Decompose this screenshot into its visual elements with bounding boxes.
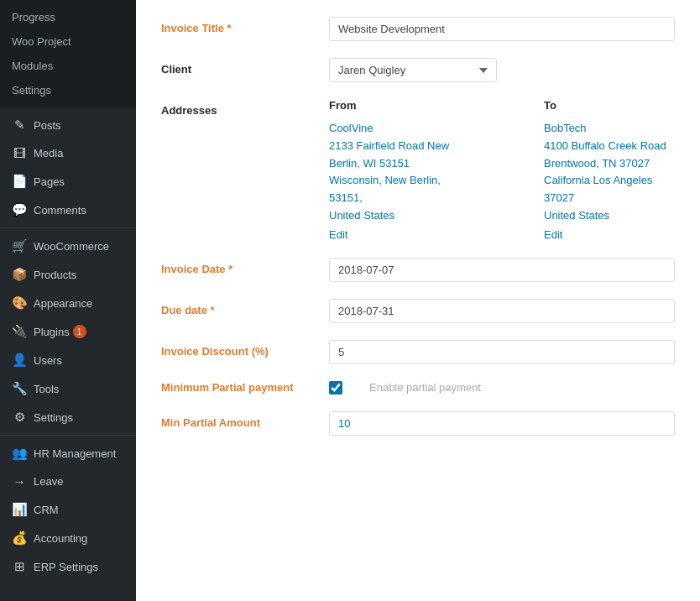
sidebar-divider xyxy=(0,227,136,228)
settings-menu-icon: ⚙ xyxy=(12,410,27,425)
sidebar-item-erp-settings[interactable]: ⊞ERP Settings xyxy=(0,552,136,581)
from-line3: Wisconsin, New Berlin, xyxy=(329,174,441,186)
woocommerce-icon: 🛒 xyxy=(12,238,27,253)
to-address-col: To BobTech 4100 Buffalo Creek Road Brent… xyxy=(544,99,675,241)
from-line4: 53151, xyxy=(329,191,363,204)
crm-icon: 📊 xyxy=(12,502,27,517)
sidebar-item-leave[interactable]: →Leave xyxy=(0,468,136,495)
invoice-title-label: Invoice Title * xyxy=(161,17,329,34)
invoice-title-input[interactable] xyxy=(329,17,675,41)
from-line5: United States xyxy=(329,209,394,222)
invoice-discount-label: Invoice Discount (%) xyxy=(161,340,329,358)
sidebar-item-appearance[interactable]: 🎨Appearance xyxy=(0,289,136,317)
min-partial-amount-label: Min Partial Amount xyxy=(161,411,329,429)
sidebar-label-plugins: Plugins xyxy=(34,326,70,338)
invoice-date-row: Invoice Date * xyxy=(161,258,675,282)
sidebar-item-crm[interactable]: 📊CRM xyxy=(0,495,136,524)
sidebar-top-progress[interactable]: Progress xyxy=(0,5,136,29)
sidebar-item-plugins[interactable]: 🔌Plugins1 xyxy=(0,317,136,346)
sidebar-label-appearance: Appearance xyxy=(34,297,92,310)
erp-settings-icon: ⊞ xyxy=(12,559,27,574)
client-select[interactable]: Jaren Quigley xyxy=(329,58,497,82)
min-partial-label: Minimum Partial payment xyxy=(161,381,329,394)
min-partial-amount-input[interactable] xyxy=(329,411,675,436)
sidebar-divider xyxy=(0,435,136,436)
from-line1: 2133 Fairfield Road New xyxy=(329,139,449,152)
sidebar-item-woocommerce[interactable]: 🛒WooCommerce xyxy=(0,232,136,260)
invoice-discount-row: Invoice Discount (%) xyxy=(161,340,675,364)
sidebar: ProgressWoo ProjectModulesSettings ✎Post… xyxy=(0,0,136,601)
client-row: Client Jaren Quigley xyxy=(161,58,675,82)
sidebar-label-posts: Posts xyxy=(34,119,61,132)
invoice-title-row: Invoice Title * xyxy=(161,17,675,41)
addresses-section: Addresses From CoolVine 2133 Fairfield R… xyxy=(161,99,675,241)
to-address: BobTech 4100 Buffalo Creek Road Brentwoo… xyxy=(544,120,675,225)
addresses-label: Addresses xyxy=(161,99,329,117)
main-content: Invoice Title * Client Jaren Quigley Add… xyxy=(136,0,700,601)
sidebar-label-woocommerce: WooCommerce xyxy=(34,240,109,253)
addresses-content: From CoolVine 2133 Fairfield Road New Be… xyxy=(329,99,675,241)
sidebar-label-accounting: Accounting xyxy=(34,532,87,545)
invoice-date-input[interactable] xyxy=(329,258,675,282)
sidebar-label-users: Users xyxy=(34,354,62,367)
comments-icon: 💬 xyxy=(12,202,27,217)
sidebar-item-media[interactable]: 🎞Media xyxy=(0,139,136,167)
from-name: CoolVine xyxy=(329,122,374,134)
sidebar-item-tools[interactable]: 🔧Tools xyxy=(0,374,136,403)
sidebar-label-pages: Pages xyxy=(34,175,65,188)
to-line5: United States xyxy=(544,209,609,222)
sidebar-label-media: Media xyxy=(34,147,63,159)
accounting-icon: 💰 xyxy=(12,530,27,546)
users-icon: 👤 xyxy=(12,353,27,368)
due-date-input[interactable] xyxy=(329,299,675,323)
sidebar-top-woo-project[interactable]: Woo Project xyxy=(0,29,136,54)
media-icon: 🎞 xyxy=(12,146,27,160)
due-date-label: Due date * xyxy=(161,299,329,316)
sidebar-label-settings-menu: Settings xyxy=(34,411,73,424)
sidebar-main-section: ✎Posts🎞Media📄Pages💬Comments🛒WooCommerce📦… xyxy=(0,107,136,584)
checkbox-content: Enable partial payment xyxy=(329,381,481,395)
tools-icon: 🔧 xyxy=(12,381,27,396)
to-header: To xyxy=(544,99,675,112)
min-partial-amount-row: Min Partial Amount xyxy=(161,411,675,436)
products-icon: 📦 xyxy=(12,267,27,282)
sidebar-label-comments: Comments xyxy=(34,204,86,217)
sidebar-item-hr-management[interactable]: 👥HR Management xyxy=(0,439,136,468)
plugins-badge: 1 xyxy=(73,325,86,338)
sidebar-item-settings-menu[interactable]: ⚙Settings xyxy=(0,403,136,431)
from-header: From xyxy=(329,99,460,112)
enable-partial-text: Enable partial payment xyxy=(369,381,481,394)
posts-icon: ✎ xyxy=(12,118,27,133)
due-date-row: Due date * xyxy=(161,299,675,323)
min-partial-row: Minimum Partial payment Enable partial p… xyxy=(161,381,675,395)
appearance-icon: 🎨 xyxy=(12,295,27,311)
invoice-date-label: Invoice Date * xyxy=(161,258,329,275)
sidebar-item-posts[interactable]: ✎Posts xyxy=(0,111,136,139)
from-address-col: From CoolVine 2133 Fairfield Road New Be… xyxy=(329,99,460,241)
sidebar-item-comments[interactable]: 💬Comments xyxy=(0,196,136,224)
sidebar-label-erp-settings: ERP Settings xyxy=(34,561,98,573)
sidebar-top-modules[interactable]: Modules xyxy=(0,54,136,78)
to-line3: California Los Angeles xyxy=(544,174,652,186)
sidebar-top-settings[interactable]: Settings xyxy=(0,78,136,102)
sidebar-label-tools: Tools xyxy=(34,383,59,395)
client-label: Client xyxy=(161,58,329,76)
invoice-discount-input[interactable] xyxy=(329,340,675,364)
to-edit-link[interactable]: Edit xyxy=(544,228,675,241)
from-edit-link[interactable]: Edit xyxy=(329,228,460,241)
hr-management-icon: 👥 xyxy=(12,446,27,461)
sidebar-label-leave: Leave xyxy=(34,475,63,488)
min-partial-checkbox[interactable] xyxy=(329,381,342,395)
sidebar-item-products[interactable]: 📦Products xyxy=(0,260,136,289)
sidebar-top: ProgressWoo ProjectModulesSettings xyxy=(0,0,136,107)
to-line4: 37027 xyxy=(544,191,574,204)
to-name: BobTech xyxy=(544,122,587,134)
sidebar-item-pages[interactable]: 📄Pages xyxy=(0,167,136,196)
to-line1: 4100 Buffalo Creek Road xyxy=(544,139,666,152)
sidebar-item-accounting[interactable]: 💰Accounting xyxy=(0,524,136,552)
sidebar-label-products: Products xyxy=(34,269,76,281)
pages-icon: 📄 xyxy=(12,174,27,189)
sidebar-item-users[interactable]: 👤Users xyxy=(0,346,136,374)
to-line2: Brentwood, TN 37027 xyxy=(544,157,650,170)
plugins-icon: 🔌 xyxy=(12,324,27,339)
